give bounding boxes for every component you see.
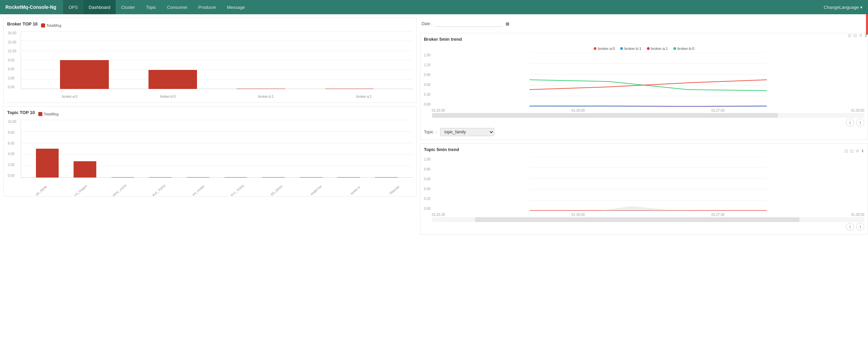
topic-refresh-icon[interactable]: ↺ xyxy=(855,149,859,153)
nav-ops[interactable]: OPS xyxy=(63,0,83,14)
topic-label: Topic xyxy=(424,130,433,134)
broker-bars xyxy=(21,31,413,89)
topic-y-axis: 0.00 2.00 4.00 6.00 8.00 10.00 xyxy=(8,120,16,178)
broker-y-axis-labels: 0.00 0.30 0.60 0.90 1.20 1.50 xyxy=(424,53,430,107)
topic-x-labels: pic_family Lic_Dragon OPIC_XXXX ALE_TOPI… xyxy=(21,189,413,192)
topic-scrollbar[interactable] xyxy=(432,217,864,222)
legend-broker-b0: broker-b:0 xyxy=(673,47,694,51)
topic-legend-color xyxy=(38,112,42,116)
broker-x-axis-labels: 01:25:00 01:26:00 01:27:00 01:28:00 xyxy=(432,109,864,112)
topic-selector-row: Topic : topic_family xyxy=(424,128,864,136)
date-section: Date : ▦ xyxy=(420,18,868,30)
bar-broker-a1 xyxy=(325,89,374,89)
broker-trend-chart-body: 0.00 0.30 0.60 0.90 1.20 1.50 xyxy=(424,53,864,127)
broker-trend-icons: ⊡ ⊡ ↺ ⬇ xyxy=(848,33,868,38)
topic-top10-header: Topic TOP 10 TotalMsg xyxy=(7,110,413,118)
broker-x-labels: broker-a:0 broker-b:0 broker-b:1 broker-… xyxy=(21,95,413,98)
scroll-indicator xyxy=(866,14,868,35)
left-panel: Broker TOP 10 TotalMsg 0.00 3.00 6.00 9.… xyxy=(3,18,417,348)
broker-prev-button[interactable]: ⟨ xyxy=(846,118,854,127)
topic-trend-icons: ⊡ ⊡ ↺ ⬇ xyxy=(845,149,864,153)
broker-scrollbar[interactable] xyxy=(432,113,864,118)
nav-message[interactable]: Message xyxy=(221,0,250,14)
broker-legend: broker-a:0 broker-b:1 broker-a:1 broker-… xyxy=(424,47,864,51)
refresh-icon[interactable]: ↺ xyxy=(859,33,862,38)
topic-download-icon[interactable]: ⬇ xyxy=(861,149,864,153)
bar-group-broker-b1 xyxy=(217,31,305,89)
topic-bar-chart-area: 0.00 2.00 4.00 6.00 8.00 10.00 xyxy=(21,120,413,178)
nav-consumer[interactable]: Consumer xyxy=(162,0,193,14)
broker-trend-title: Broker 5min trend xyxy=(424,37,462,42)
topic-select[interactable]: topic_family xyxy=(440,128,494,136)
broker-next-button[interactable]: ⟩ xyxy=(856,118,864,127)
topic-trend-chart-body: 0.00 0.20 0.40 0.60 0.80 1.00 xyxy=(424,157,864,231)
broker-y-axis: 0.00 3.00 6.00 9.00 12.00 15.00 18.00 xyxy=(8,31,16,89)
nav-producer[interactable]: Producer xyxy=(193,0,222,14)
broker-bar-chart-area: 0.00 3.00 6.00 9.00 12.00 15.00 18.00 xyxy=(21,31,413,89)
legend-broker-b1: broker-b:1 xyxy=(620,47,641,51)
bar-broker-b0 xyxy=(149,70,197,89)
broker-nav-buttons: ⟨ ⟩ xyxy=(432,118,864,127)
bar-group-broker-a0 xyxy=(40,31,129,89)
broker-top10-header: Broker TOP 10 TotalMsg xyxy=(7,21,413,29)
broker-top10-chart: Broker TOP 10 TotalMsg 0.00 3.00 6.00 9.… xyxy=(3,18,417,103)
right-panel: Date : ▦ Broker 5min trend ⊡ ⊡ ↺ ⬇ broke… xyxy=(420,18,868,348)
nav-topic[interactable]: Topic xyxy=(140,0,161,14)
legend-broker-a0: broker-a:0 xyxy=(594,47,615,51)
main-content: Broker TOP 10 TotalMsg 0.00 3.00 6.00 9.… xyxy=(0,14,868,351)
bar-broker-a0 xyxy=(60,60,108,89)
fullscreen-icon[interactable]: ⊡ xyxy=(853,33,857,38)
broker-top10-title: Broker TOP 10 xyxy=(7,21,38,26)
topic-trend-title: Topic 5min trend xyxy=(424,147,459,152)
calendar-icon[interactable]: ▦ xyxy=(506,21,509,26)
bar-broker-b1 xyxy=(237,89,285,89)
legend-color xyxy=(41,23,45,27)
topic-fullscreen-icon[interactable]: ⊡ xyxy=(850,149,853,153)
navbar: RocketMq-Console-Ng OPS Dashboard Cluste… xyxy=(0,0,868,14)
date-input[interactable] xyxy=(435,20,503,27)
topic-y-axis-labels: 0.00 0.20 0.40 0.60 0.80 1.00 xyxy=(424,157,430,211)
bar-group-broker-a1 xyxy=(305,31,393,89)
change-language-button[interactable]: ChangeLanguage ▾ xyxy=(824,5,863,10)
topic-top10-chart: Topic TOP 10 TotalMsg 0.00 2.00 4.00 6.0… xyxy=(3,106,417,197)
bar-group-broker-b0 xyxy=(129,31,217,89)
nav-dashboard[interactable]: Dashboard xyxy=(83,0,116,14)
brand-logo: RocketMq-Console-Ng xyxy=(5,4,56,10)
topic-line-svg xyxy=(432,157,864,211)
topic-top10-title: Topic TOP 10 xyxy=(7,110,35,115)
broker-top10-legend: TotalMsg xyxy=(41,23,61,27)
topic-bars xyxy=(21,120,413,178)
topic-prev-button[interactable]: ⟨ xyxy=(846,223,854,231)
topic-trend-chart: Topic 5min trend ⊡ ⊡ ↺ ⬇ 0.00 0.20 0.40 … xyxy=(420,143,868,235)
topic-x-axis-labels: 01:25:30 01:26:30 01:27:30 01:28:30 xyxy=(432,213,864,217)
nav-cluster[interactable]: Cluster xyxy=(116,0,140,14)
expand-icon[interactable]: ⊡ xyxy=(848,33,851,38)
broker-line-svg xyxy=(432,53,864,107)
legend-broker-a1: broker-a:1 xyxy=(647,47,668,51)
topic-top10-legend: TotalMsg xyxy=(38,112,59,116)
topic-next-button[interactable]: ⟩ xyxy=(856,223,864,231)
date-label: Date : xyxy=(421,21,432,26)
topic-expand-icon[interactable]: ⊡ xyxy=(845,149,848,153)
chevron-down-icon: ▾ xyxy=(860,5,863,10)
topic-nav-buttons: ⟨ ⟩ xyxy=(432,223,864,231)
broker-trend-chart: Broker 5min trend ⊡ ⊡ ↺ ⬇ broker-a:0 bro… xyxy=(420,33,868,140)
